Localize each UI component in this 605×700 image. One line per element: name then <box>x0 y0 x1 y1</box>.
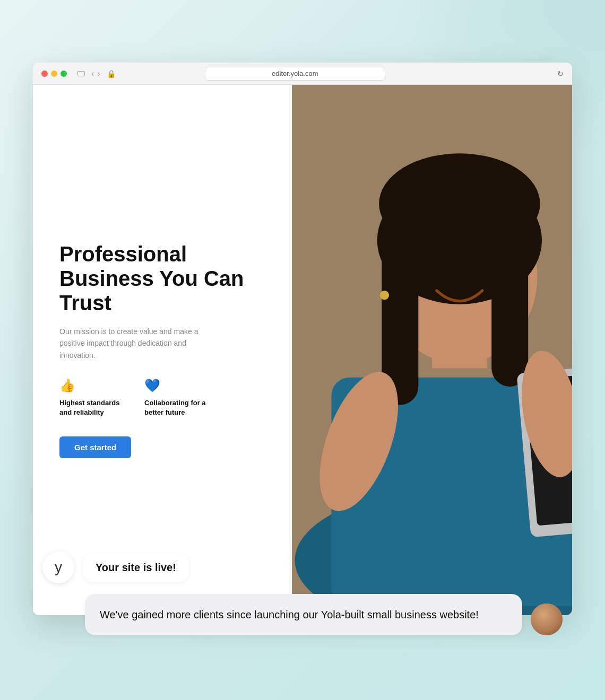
user-avatar <box>531 603 563 635</box>
forward-button[interactable]: › <box>97 69 100 78</box>
browser-toolbar: ‹ › 🔒 editor.yola.com ↻ <box>33 63 572 85</box>
feature-item-collaborating: 💙 Collaborating for a better future <box>144 378 208 417</box>
traffic-lights <box>41 71 67 77</box>
testimonial-bubble: We've gained more clients since launchin… <box>85 594 522 635</box>
security-icon: 🔒 <box>107 69 116 78</box>
svg-point-21 <box>380 291 389 300</box>
heart-icon: 💙 <box>144 378 208 393</box>
features-row: 👍 Highest standards and reliability 💙 Co… <box>59 378 265 417</box>
chat-message-right: We've gained more clients since launchin… <box>85 594 563 635</box>
chat-section: y Your site is live! We've gained more c… <box>0 530 605 700</box>
yola-letter: y <box>55 559 62 576</box>
reload-icon[interactable]: ↻ <box>557 69 564 78</box>
url-bar[interactable]: editor.yola.com <box>205 67 385 81</box>
site-live-bubble: Your site is live! <box>83 553 189 582</box>
thumbs-up-icon: 👍 <box>59 378 123 393</box>
feature-label-collaborating: Collaborating for a better future <box>144 398 208 417</box>
hero-description: Our mission is to create value and make … <box>59 326 208 361</box>
minimize-button[interactable] <box>51 71 57 77</box>
user-avatar-face <box>531 603 563 635</box>
feature-item-standards: 👍 Highest standards and reliability <box>59 378 123 417</box>
nav-arrows: ‹ › <box>91 69 100 78</box>
sidebar-toggle[interactable] <box>77 71 85 76</box>
back-button[interactable]: ‹ <box>91 69 94 78</box>
yola-avatar: y <box>42 552 74 583</box>
hero-title: Professional Business You Can Trust <box>59 242 265 315</box>
svg-point-9 <box>379 153 540 254</box>
maximize-button[interactable] <box>60 71 67 77</box>
url-text: editor.yola.com <box>272 69 318 77</box>
close-button[interactable] <box>41 71 48 77</box>
feature-label-standards: Highest standards and reliability <box>59 398 123 417</box>
chat-message-left: y Your site is live! <box>42 552 563 583</box>
get-started-button[interactable]: Get started <box>59 436 131 458</box>
